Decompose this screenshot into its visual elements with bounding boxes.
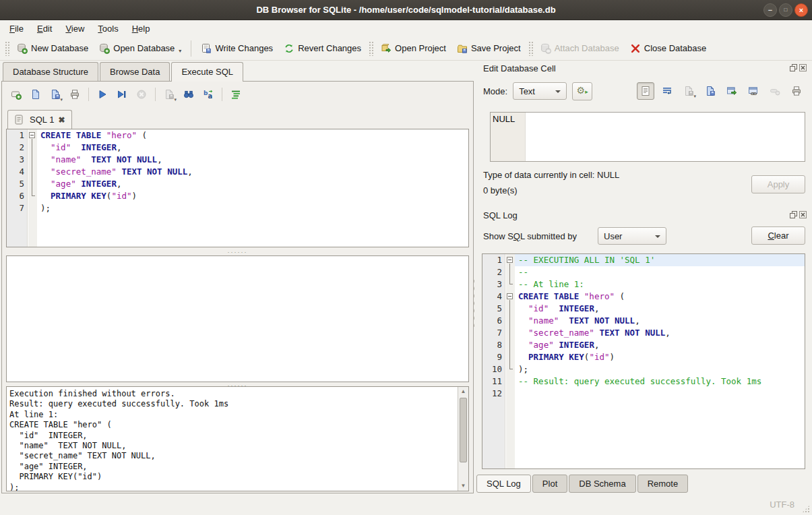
scrollbar-thumb[interactable]: [460, 398, 467, 462]
menu-edit[interactable]: Edit: [30, 22, 59, 35]
submitter-select[interactable]: User: [598, 227, 666, 245]
float-dock-icon[interactable]: [790, 211, 797, 218]
clear-button[interactable]: Clear: [751, 226, 805, 245]
dropdown-arrow-icon: ▾: [60, 97, 63, 102]
dock-tab-sql-log[interactable]: SQL Log: [476, 475, 531, 493]
close-dock-icon[interactable]: [799, 64, 807, 71]
attach-database-button[interactable]: Attach Database: [535, 40, 625, 57]
copy-link-button[interactable]: [745, 82, 762, 100]
scrollbar[interactable]: ▲ ▼: [458, 387, 468, 491]
mode-select[interactable]: Text: [513, 82, 567, 100]
line-number: 4: [482, 291, 505, 303]
code-line: 7);: [7, 202, 468, 214]
attach-database-label: Attach Database: [555, 43, 619, 53]
right-pane: Edit Database Cell Mode: Text ⚙▸ ▾ NULL …: [475, 61, 812, 496]
execute-all-button[interactable]: [94, 86, 111, 103]
auto-format-button[interactable]: [227, 86, 245, 103]
scroll-up-icon[interactable]: ▲: [458, 387, 468, 396]
open-database-button[interactable]: Open Database▾: [94, 40, 187, 57]
dock-tab-remote[interactable]: Remote: [637, 475, 689, 493]
sql-tab-label: SQL 1: [30, 115, 54, 125]
import-data-button[interactable]: ▾: [680, 82, 697, 100]
close-tab-icon[interactable]: ✖: [58, 115, 65, 125]
sql-code-editor[interactable]: 1CREATE TABLE "hero" (2 "id" INTEGER,3 "…: [6, 129, 469, 247]
fold-marker[interactable]: [505, 254, 515, 266]
write-changes-label: Write Changes: [215, 43, 273, 53]
cell-editor[interactable]: NULL: [490, 112, 805, 162]
resize-grip[interactable]: [802, 505, 810, 513]
execution-message-log[interactable]: Execution finished without errors.Result…: [6, 386, 469, 491]
find-button[interactable]: [180, 86, 197, 103]
open-external-button[interactable]: [723, 82, 741, 100]
sql-log-view[interactable]: 1-- EXECUTING ALL IN 'SQL 1'2--3-- At li…: [482, 253, 805, 469]
fold-box-icon[interactable]: [507, 257, 513, 263]
fold-box-icon[interactable]: [29, 132, 35, 138]
fold-marker[interactable]: [505, 291, 515, 303]
dropdown-arrow-icon[interactable]: ▾: [179, 48, 181, 54]
stop-execution-button[interactable]: [133, 86, 150, 103]
toolbar-drag-handle[interactable]: [5, 41, 9, 56]
menu-view[interactable]: View: [59, 22, 91, 35]
code-line: 2--: [482, 266, 805, 278]
auto-switch-button[interactable]: ⚙▸: [572, 82, 592, 100]
code-line: 9 PRIMARY KEY("id"): [482, 351, 805, 363]
fold-marker: [505, 339, 515, 351]
print-sql-button[interactable]: [66, 86, 84, 103]
menu-help[interactable]: Help: [125, 22, 157, 35]
code-text: );: [515, 363, 805, 375]
import-data-icon: [683, 86, 694, 96]
save-project-button[interactable]: Save Project: [451, 40, 526, 57]
open-sql-file-icon: [30, 89, 41, 100]
code-line: 4 "secret_name" TEXT NOT NULL,: [7, 166, 468, 178]
open-project-button[interactable]: Open Project: [375, 40, 451, 57]
results-pane[interactable]: [6, 255, 469, 382]
tab-database-structure[interactable]: Database Structure: [3, 62, 98, 81]
find-replace-button[interactable]: ba: [199, 86, 217, 103]
save-sql-file-button[interactable]: ▾: [46, 86, 64, 103]
scroll-down-icon[interactable]: ▼: [458, 481, 468, 491]
print-cell-button[interactable]: [788, 82, 805, 100]
message-line: CREATE TABLE "hero" (: [9, 420, 456, 430]
code-line: 1-- EXECUTING ALL IN 'SQL 1': [482, 254, 805, 266]
toolbar-drag-handle[interactable]: [369, 41, 373, 56]
title-bar: DB Browser for SQLite - /home/user/code/…: [0, 0, 812, 20]
fold-marker[interactable]: [28, 129, 37, 142]
text-mode-button[interactable]: [637, 82, 654, 100]
close-dock-icon[interactable]: [799, 211, 807, 218]
close-database-button[interactable]: Close Database: [625, 40, 712, 57]
open-sql-file-button[interactable]: [27, 86, 44, 103]
minimize-button[interactable]: −: [763, 3, 777, 17]
menu-tools[interactable]: Tools: [91, 22, 125, 35]
execute-current-line-button[interactable]: [113, 86, 131, 103]
export-data-button[interactable]: [701, 82, 719, 100]
maximize-button[interactable]: □: [779, 3, 792, 17]
write-changes-button[interactable]: Write Changes: [195, 40, 278, 57]
new-sql-tab-button[interactable]: [7, 86, 25, 103]
tab-browse-data[interactable]: Browse Data: [100, 62, 170, 81]
message-line: Execution finished without errors.: [9, 389, 456, 399]
fold-marker: [505, 315, 515, 327]
dock-tab-db-schema[interactable]: DB Schema: [569, 475, 635, 493]
float-dock-icon[interactable]: [790, 64, 797, 71]
toolbar-drag-handle[interactable]: [528, 41, 533, 56]
horizontal-splitter[interactable]: ······: [228, 250, 248, 254]
set-null-button[interactable]: [766, 82, 784, 100]
sql-tab[interactable]: SQL 1 ✖: [7, 110, 72, 129]
save-results-button[interactable]: ▾: [160, 86, 178, 103]
code-line: 8 "age" INTEGER,: [482, 339, 805, 351]
line-number: 3: [7, 154, 28, 166]
open-project-icon: [381, 43, 392, 54]
fold-marker: [28, 178, 37, 190]
tab-execute-sql[interactable]: Execute SQL: [171, 62, 243, 82]
new-database-button[interactable]: New Database: [11, 40, 94, 57]
fold-box-icon[interactable]: [507, 293, 513, 299]
word-wrap-button[interactable]: [658, 82, 676, 100]
dock-tab-plot[interactable]: Plot: [532, 475, 567, 493]
revert-changes-button[interactable]: Revert Changes: [278, 40, 367, 57]
sql-log-dock-title: SQL Log: [483, 210, 518, 220]
message-line: At line 1:: [9, 410, 456, 420]
close-button[interactable]: ×: [794, 3, 808, 17]
menu-file[interactable]: File: [3, 22, 30, 35]
apply-button[interactable]: Apply: [751, 175, 805, 193]
toolbar-separator: [191, 40, 191, 57]
